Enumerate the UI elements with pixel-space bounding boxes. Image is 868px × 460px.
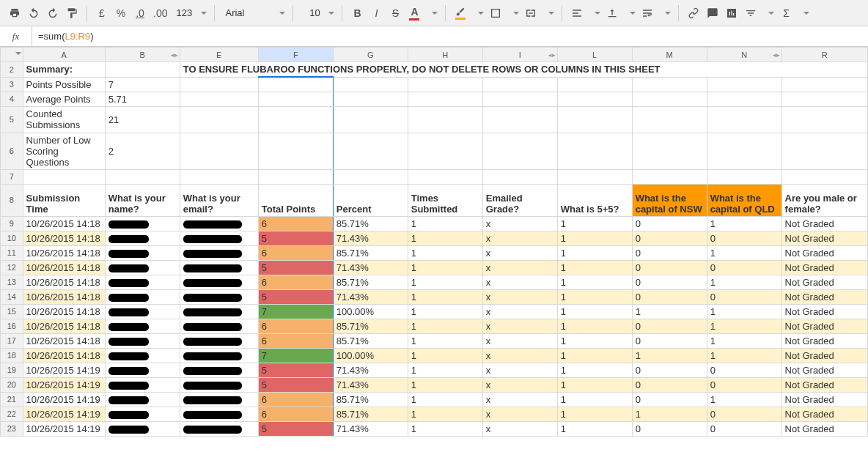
hdr-q3[interactable]: What is the capital of QLD — [707, 184, 781, 216]
filter-button[interactable] — [742, 4, 760, 23]
cell-time[interactable]: 10/26/2015 14:18 — [23, 275, 105, 289]
cell[interactable] — [482, 133, 557, 169]
cell-times-submitted[interactable]: 1 — [408, 275, 482, 289]
cell-q2[interactable]: 0 — [632, 289, 707, 304]
cell-emailed-grade[interactable]: x — [482, 245, 557, 260]
row-header[interactable]: 11 — [1, 245, 23, 260]
cell[interactable] — [781, 92, 867, 106]
cell-q2[interactable]: 0 — [632, 216, 707, 231]
cell-q1[interactable]: 1 — [557, 245, 632, 260]
cell[interactable] — [23, 169, 105, 184]
cell-total-points[interactable]: 6 — [258, 275, 333, 289]
cell-q2[interactable]: 0 — [632, 319, 707, 333]
cell[interactable]: Summary: — [23, 62, 105, 78]
cell-name[interactable] — [105, 377, 180, 392]
cell-q2[interactable]: 1 — [632, 407, 707, 421]
hdr-email[interactable]: What is your email? — [180, 184, 258, 216]
cell[interactable] — [333, 92, 408, 106]
cell-q1[interactable]: 1 — [557, 231, 632, 245]
cell[interactable] — [781, 77, 867, 92]
cell-q1[interactable]: 1 — [557, 216, 632, 231]
insert-link-button[interactable] — [685, 4, 702, 23]
cell-email[interactable] — [180, 275, 258, 289]
cell-q2[interactable]: 0 — [632, 363, 707, 377]
cell[interactable] — [632, 106, 707, 133]
cell-times-submitted[interactable]: 1 — [408, 348, 482, 363]
cell[interactable] — [707, 133, 781, 169]
cell-emailed-grade[interactable]: x — [482, 407, 557, 421]
cell-percent[interactable]: 85.71% — [333, 333, 408, 348]
cell[interactable] — [408, 106, 482, 133]
h-align-more[interactable] — [587, 4, 602, 23]
cell-gender[interactable]: Not Graded — [781, 333, 867, 348]
row-header[interactable]: 5 — [1, 106, 23, 133]
cell-times-submitted[interactable]: 1 — [408, 289, 482, 304]
cell-total-points[interactable]: 5 — [258, 231, 333, 245]
cell-q3[interactable]: 0 — [707, 377, 781, 392]
cell[interactable] — [408, 77, 482, 92]
cell-gender[interactable]: Not Graded — [781, 275, 867, 289]
cell-gender[interactable]: Not Graded — [781, 363, 867, 377]
cell-email[interactable] — [180, 319, 258, 333]
cell-q1[interactable]: 1 — [557, 319, 632, 333]
row-header[interactable]: 19 — [1, 363, 23, 377]
cell-email[interactable] — [180, 333, 258, 348]
cell[interactable] — [632, 92, 707, 106]
cell-q2[interactable]: 0 — [632, 392, 707, 407]
cell-email[interactable] — [180, 304, 258, 319]
cell-time[interactable]: 10/26/2015 14:18 — [23, 348, 105, 363]
cell[interactable] — [781, 133, 867, 169]
cell-q3[interactable]: 1 — [707, 304, 781, 319]
cell-total-points[interactable]: 6 — [258, 216, 333, 231]
cell-times-submitted[interactable]: 1 — [408, 231, 482, 245]
cell[interactable] — [333, 106, 408, 133]
formula-input[interactable]: =sum(L9:R9) — [32, 26, 868, 46]
cell-gender[interactable]: Not Graded — [781, 319, 867, 333]
bold-button[interactable]: B — [348, 4, 366, 23]
cell-q2[interactable]: 0 — [632, 260, 707, 275]
cell[interactable] — [258, 92, 333, 106]
cell-times-submitted[interactable]: 1 — [408, 216, 482, 231]
cell-q2[interactable]: 0 — [632, 421, 707, 436]
col-header-F[interactable]: F — [258, 48, 333, 62]
cell-q3[interactable]: 1 — [707, 319, 781, 333]
filter-more[interactable] — [761, 4, 776, 23]
cell-time[interactable]: 10/26/2015 14:18 — [23, 260, 105, 275]
cell-name[interactable] — [105, 289, 180, 304]
cell-emailed-grade[interactable]: x — [482, 260, 557, 275]
cell[interactable] — [632, 169, 707, 184]
cell[interactable]: 7 — [105, 77, 180, 92]
insert-comment-button[interactable] — [704, 4, 721, 23]
cell-times-submitted[interactable]: 1 — [408, 319, 482, 333]
font-select[interactable]: Arial — [221, 4, 287, 23]
cell[interactable] — [180, 92, 258, 106]
cell-gender[interactable]: Not Graded — [781, 289, 867, 304]
cell[interactable] — [333, 77, 408, 92]
cell-time[interactable]: 10/26/2015 14:19 — [23, 407, 105, 421]
cell[interactable] — [258, 106, 333, 133]
cell[interactable] — [557, 169, 632, 184]
row-header[interactable]: 15 — [1, 304, 23, 319]
cell[interactable] — [180, 169, 258, 184]
borders-more[interactable] — [506, 4, 521, 23]
row-header[interactable]: 2 — [1, 62, 23, 78]
cell-q3[interactable]: 1 — [707, 245, 781, 260]
print-button[interactable] — [6, 4, 23, 23]
text-color-button[interactable]: A — [405, 4, 423, 23]
cell[interactable]: Counted Submissions — [23, 106, 105, 133]
cell-total-points[interactable]: 7 — [258, 304, 333, 319]
col-collapse-icon[interactable]: ◂▸ — [548, 51, 556, 59]
cell-gender[interactable]: Not Graded — [781, 231, 867, 245]
v-align-button[interactable] — [603, 4, 621, 23]
cell-email[interactable] — [180, 421, 258, 436]
cell-time[interactable]: 10/26/2015 14:19 — [23, 377, 105, 392]
cell-emailed-grade[interactable]: x — [482, 333, 557, 348]
strikethrough-button[interactable]: S — [386, 4, 404, 23]
col-header-M[interactable]: M — [632, 48, 707, 62]
cell-gender[interactable]: Not Graded — [781, 421, 867, 436]
cell-total-points[interactable]: 5 — [258, 421, 333, 436]
col-header-L[interactable]: L — [557, 48, 632, 62]
cell-total-points[interactable]: 5 — [258, 260, 333, 275]
cell-time[interactable]: 10/26/2015 14:19 — [23, 392, 105, 407]
merge-more[interactable] — [541, 4, 556, 23]
